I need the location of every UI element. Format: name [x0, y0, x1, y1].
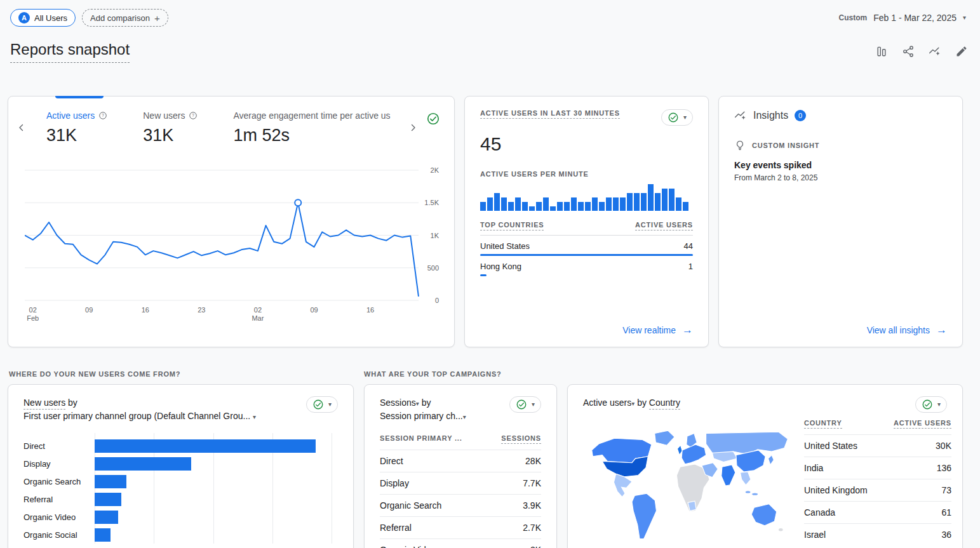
caret-down-icon[interactable]: ▾ [463, 413, 466, 420]
insights-count-badge: 0 [795, 110, 806, 121]
all-users-segment-chip[interactable]: A All Users [10, 9, 76, 27]
dimension-name[interactable]: Country [649, 398, 680, 410]
insights-button[interactable] [928, 44, 942, 58]
sessions-dimension-header: SESSION PRIMARY ... [380, 434, 462, 444]
plus-icon: + [154, 13, 160, 23]
page-header: Reports snapshot [0, 36, 980, 63]
channel-bar [95, 475, 126, 488]
country-table: COUNTRY ACTIVE USERS United States30KInd… [804, 414, 951, 548]
carousel-right-button[interactable] [407, 122, 419, 136]
active-users-header: ACTIVE USERS [894, 419, 951, 429]
edit-button[interactable] [955, 44, 969, 58]
insight-headline[interactable]: Key events spiked [734, 160, 947, 170]
help-icon[interactable]: ? [98, 111, 107, 120]
check-circle-icon [516, 399, 527, 410]
row-name: India [804, 463, 823, 473]
metric-label: New users [143, 110, 185, 121]
map-region-australia [751, 504, 777, 526]
new-users-card-title: New users by First user primary channel … [23, 396, 256, 423]
metric-name[interactable]: Active users [583, 398, 631, 408]
realtime-title: ACTIVE USERS IN LAST 30 MINUTES [480, 109, 620, 119]
channel-bar [95, 457, 191, 471]
selected-tab-indicator [55, 96, 104, 98]
tab-active-users[interactable]: Active users ? 31K [46, 110, 107, 145]
row-value: 7.7K [523, 478, 541, 488]
topbar: A All Users Add comparison + Custom Feb … [0, 0, 980, 36]
channel-bar-row: Display [23, 455, 338, 472]
view-realtime-link[interactable]: View realtime → [622, 324, 693, 337]
data-quality-dropdown[interactable]: ▾ [306, 396, 338, 413]
metric-name[interactable]: New users [23, 398, 65, 410]
channel-bar-row: Direct [23, 437, 338, 455]
svg-text:Feb: Feb [27, 314, 39, 322]
per-minute-bar [627, 193, 633, 211]
sessions-card-title: Sessions▾ by Session primary ch...▾ [380, 396, 466, 423]
svg-text:16: 16 [366, 306, 374, 314]
top-countries-header: TOP COUNTRIES [480, 221, 544, 231]
table-row: Israel36 [804, 523, 951, 545]
channel-bar [95, 493, 121, 506]
world-map [583, 414, 793, 548]
svg-text:23: 23 [198, 306, 205, 314]
check-circle-icon [312, 399, 324, 410]
caret-down-icon: ▾ [532, 401, 535, 408]
data-quality-badge[interactable] [426, 112, 440, 126]
insight-subtext: From March 2 to 8, 2025 [734, 173, 947, 182]
comparison-button[interactable] [875, 44, 889, 58]
svg-text:02: 02 [254, 306, 262, 314]
choropleth-map [583, 423, 793, 548]
tab-avg-engagement-time[interactable]: Average engagement time per active us 1m… [233, 110, 394, 145]
per-minute-bar [683, 202, 688, 211]
tab-new-users[interactable]: New users ? 31K [143, 110, 198, 145]
map-region-japan [769, 455, 774, 465]
metric-label: Average engagement time per active us [233, 110, 390, 121]
per-minute-bar [662, 189, 668, 211]
caret-down-icon[interactable]: ▾ [631, 400, 634, 407]
map-region-indonesia [752, 493, 758, 495]
svg-text:500: 500 [427, 264, 439, 272]
table-row: United States30K [804, 434, 951, 457]
row-value: 2K [530, 545, 541, 548]
per-minute-bar [648, 184, 654, 211]
metric-name[interactable]: Sessions [380, 398, 416, 408]
metric-value: 31K [143, 126, 198, 145]
country-name: Hong Kong [480, 262, 521, 271]
caret-down-icon[interactable]: ▾ [416, 400, 419, 407]
dimension-name[interactable]: First user primary channel group (Defaul… [23, 411, 250, 421]
per-minute-bar [676, 197, 681, 211]
add-comparison-button[interactable]: Add comparison + [82, 9, 168, 27]
arrow-right-icon: → [936, 324, 947, 337]
svg-text:?: ? [102, 113, 104, 117]
svg-text:09: 09 [310, 306, 318, 314]
date-range-selector[interactable]: Custom Feb 1 - Mar 22, 2025 ▾ [839, 13, 970, 23]
share-button[interactable] [901, 44, 915, 58]
data-quality-dropdown[interactable]: ▾ [915, 396, 947, 413]
caret-down-icon: ▾ [328, 401, 332, 408]
per-minute-bar [564, 202, 570, 211]
data-quality-dropdown[interactable]: ▾ [509, 396, 541, 413]
per-minute-title: ACTIVE USERS PER MINUTE [480, 170, 693, 178]
custom-insight-label: CUSTOM INSIGHT [752, 142, 819, 149]
row-name: Organic Search [380, 500, 441, 511]
per-minute-bar [557, 202, 563, 211]
country-progress-bar [480, 274, 487, 276]
caret-down-icon[interactable]: ▾ [253, 413, 256, 420]
channel-bar-row: Referral [23, 490, 338, 508]
svg-text:1K: 1K [431, 232, 440, 239]
per-minute-bar [599, 202, 605, 211]
row-name: United States [804, 441, 857, 451]
active-users-per-minute-chart [480, 183, 693, 211]
dimension-name[interactable]: Session primary ch... [380, 411, 463, 421]
carousel-left-button[interactable] [16, 122, 27, 136]
help-icon[interactable]: ? [189, 111, 198, 120]
view-all-insights-link[interactable]: View all insights → [867, 324, 947, 337]
data-quality-dropdown[interactable]: ▾ [661, 109, 693, 126]
per-minute-bar [536, 202, 542, 211]
reports-snapshot-page: A All Users Add comparison + Custom Feb … [0, 0, 980, 548]
channel-bar [95, 511, 118, 524]
channel-label: Referral [23, 495, 95, 504]
country-value: 44 [684, 241, 693, 251]
channel-label: Organic Video [23, 512, 95, 522]
per-minute-bar [585, 202, 591, 211]
view-realtime-label: View realtime [622, 325, 676, 335]
